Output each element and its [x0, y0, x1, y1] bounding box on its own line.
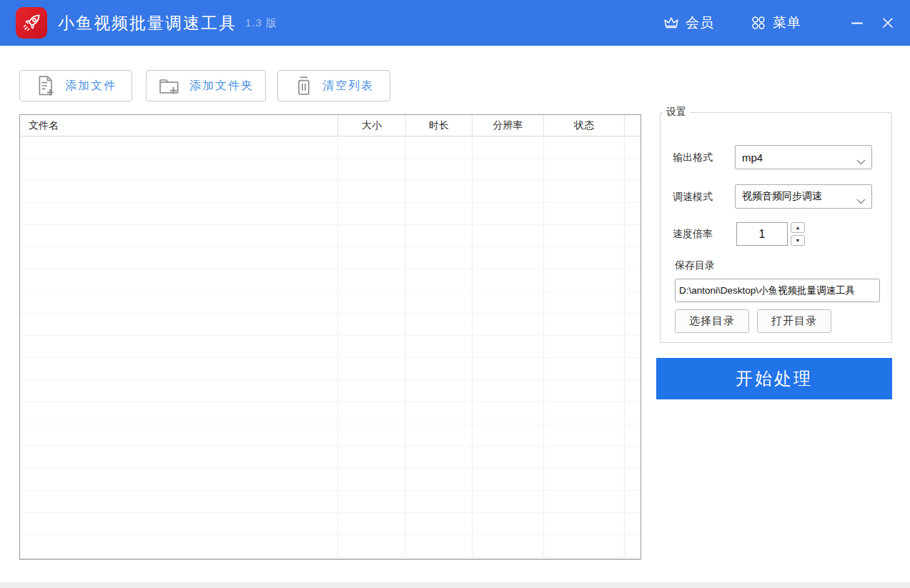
- open-dir-button[interactable]: 打开目录: [757, 309, 831, 333]
- table-cell: [338, 336, 406, 358]
- table-cell: [338, 424, 406, 447]
- crown-icon: [663, 14, 680, 31]
- table-row: [20, 380, 641, 402]
- table-row: [20, 291, 641, 314]
- member-label: 会员: [686, 14, 714, 32]
- minimize-button[interactable]: [843, 0, 871, 46]
- table-cell: [473, 181, 544, 203]
- table-cell: [473, 314, 544, 336]
- column-header-size[interactable]: 大小: [338, 115, 406, 136]
- table-cell: [20, 358, 338, 380]
- table-cell: [406, 535, 473, 557]
- spin-down-button[interactable]: ▼: [791, 235, 805, 246]
- clear-list-button[interactable]: 清空列表: [277, 70, 390, 101]
- app-title: 小鱼视频批量调速工具: [58, 12, 237, 34]
- table-cell: [473, 402, 544, 424]
- settings-legend: 设置: [663, 106, 690, 119]
- table-cell: [625, 181, 641, 203]
- table-cell: [406, 491, 473, 513]
- close-icon: [881, 16, 895, 30]
- table-cell: [20, 159, 338, 181]
- table-cell: [473, 269, 544, 291]
- column-header-duration[interactable]: 时长: [406, 115, 473, 136]
- table-cell: [544, 380, 625, 402]
- table-cell: [406, 181, 473, 203]
- table-cell: [544, 447, 625, 469]
- table-cell: [544, 513, 625, 535]
- table-cell: [473, 358, 544, 380]
- table-cell: [406, 380, 473, 402]
- add-file-label: 添加文件: [65, 79, 117, 94]
- file-table-body: [20, 136, 641, 557]
- table-cell: [20, 314, 338, 336]
- table-cell: [625, 336, 641, 358]
- table-cell: [20, 491, 338, 513]
- titlebar: 小鱼视频批量调速工具 1.3 版 会员: [0, 0, 910, 46]
- table-cell: [20, 380, 338, 402]
- table-cell: [625, 269, 641, 291]
- minimize-icon: [851, 16, 864, 29]
- close-button[interactable]: [871, 0, 904, 46]
- table-row: [20, 447, 641, 469]
- table-cell: [406, 314, 473, 336]
- folder-plus-icon: [158, 75, 181, 96]
- table-cell: [625, 203, 641, 225]
- table-row: [20, 159, 641, 181]
- table-cell: [406, 336, 473, 358]
- add-file-button[interactable]: 添加文件: [19, 70, 132, 101]
- table-cell: [625, 402, 641, 424]
- table-cell: [338, 358, 406, 380]
- file-table[interactable]: 文件名 大小 时长 分辨率 状态: [19, 114, 641, 559]
- table-cell: [625, 314, 641, 336]
- choose-dir-button[interactable]: 选择目录: [675, 309, 749, 333]
- table-cell: [20, 469, 338, 491]
- table-cell: [20, 513, 338, 535]
- table-cell: [544, 314, 625, 336]
- table-cell: [406, 247, 473, 269]
- table-row: [20, 336, 641, 358]
- save-dir-input[interactable]: D:\antoni\Desktop\小鱼视频批量调速工具: [675, 279, 880, 302]
- column-header-status[interactable]: 状态: [544, 115, 625, 136]
- table-cell: [406, 269, 473, 291]
- table-row: [20, 203, 641, 225]
- table-cell: [338, 535, 406, 557]
- add-folder-button[interactable]: 添加文件夹: [146, 70, 266, 101]
- table-cell: [473, 159, 544, 181]
- menu-label: 菜单: [773, 14, 801, 32]
- output-format-select[interactable]: mp4: [735, 145, 872, 169]
- table-cell: [544, 402, 625, 424]
- table-cell: [625, 424, 641, 447]
- table-cell: [544, 291, 625, 314]
- table-cell: [406, 447, 473, 469]
- table-row: [20, 269, 641, 291]
- speed-rate-input[interactable]: 1: [736, 222, 788, 246]
- add-folder-label: 添加文件夹: [189, 79, 254, 94]
- table-cell: [544, 136, 625, 159]
- column-header-filename[interactable]: 文件名: [20, 115, 338, 136]
- speed-mode-select[interactable]: 视频音频同步调速: [735, 184, 872, 209]
- table-cell: [473, 535, 544, 557]
- trash-icon: [294, 75, 314, 96]
- table-cell: [338, 203, 406, 225]
- column-header-resolution[interactable]: 分辨率: [473, 115, 544, 136]
- menu-button[interactable]: 菜单: [750, 14, 801, 32]
- table-cell: [473, 380, 544, 402]
- table-cell: [338, 380, 406, 402]
- speed-mode-label: 调速模式: [673, 191, 713, 204]
- start-processing-button[interactable]: 开始处理: [656, 358, 892, 399]
- table-cell: [338, 269, 406, 291]
- table-cell: [406, 159, 473, 181]
- table-cell: [406, 402, 473, 424]
- table-cell: [20, 424, 338, 447]
- table-cell: [625, 535, 641, 557]
- spin-up-button[interactable]: ▲: [791, 222, 805, 233]
- member-button[interactable]: 会员: [663, 14, 714, 32]
- table-cell: [20, 203, 338, 225]
- table-cell: [338, 136, 406, 159]
- table-cell: [625, 225, 641, 247]
- table-cell: [20, 136, 338, 159]
- table-cell: [20, 535, 338, 557]
- table-cell: [338, 159, 406, 181]
- rocket-icon: [21, 12, 42, 34]
- file-table-header: 文件名 大小 时长 分辨率 状态: [20, 115, 641, 136]
